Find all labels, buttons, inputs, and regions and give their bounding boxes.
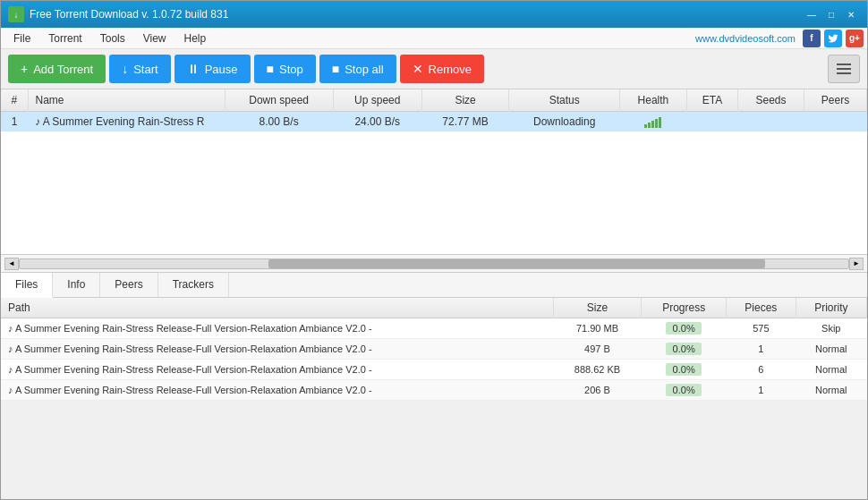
file-priority: Normal	[796, 339, 866, 360]
stop-icon: ■	[267, 62, 274, 76]
list-item[interactable]: ♪ A Summer Evening Rain-Stress Release-F…	[1, 380, 867, 401]
file-priority: Skip	[796, 318, 866, 339]
row-eta	[686, 112, 737, 132]
stop-label: Stop	[279, 63, 303, 76]
health-bar-1	[644, 124, 647, 128]
row-size: 72.77 MB	[421, 112, 509, 132]
col-name: Name	[28, 89, 225, 112]
stop-all-icon: ■	[332, 62, 339, 76]
tabs-bar: Files Info Peers Trackers	[1, 273, 867, 298]
files-col-size: Size	[553, 298, 641, 318]
menu-help[interactable]: Help	[175, 30, 216, 47]
files-col-pieces: Pieces	[727, 298, 796, 318]
remove-button[interactable]: ✕ Remove	[400, 55, 484, 83]
start-icon: ↓	[122, 62, 128, 76]
file-size: 71.90 MB	[553, 318, 641, 339]
torrent-table-header: # Name Down speed Up speed Size Status H…	[1, 89, 867, 112]
scrollbar-thumb	[268, 259, 766, 268]
progress-badge: 0.0%	[666, 384, 702, 396]
progress-badge: 0.0%	[666, 343, 702, 355]
menu-view[interactable]: View	[134, 30, 175, 47]
title-text: Free Torrent Download v. 1.0.72 build 83…	[30, 8, 803, 21]
health-bar-4	[655, 119, 658, 128]
table-row[interactable]: 1 ♪ A Summer Evening Rain-Stress R 8.00 …	[1, 112, 867, 132]
maximize-button[interactable]: □	[822, 7, 840, 21]
stop-button[interactable]: ■ Stop	[254, 55, 316, 83]
twitter-button[interactable]	[824, 30, 842, 47]
file-progress: 0.0%	[642, 380, 727, 401]
col-status: Status	[509, 89, 620, 112]
progress-badge: 0.0%	[666, 322, 702, 335]
row-peers	[804, 112, 866, 132]
file-priority: Normal	[796, 360, 866, 380]
col-peers: Peers	[804, 89, 866, 112]
bottom-panel: Files Info Peers Trackers Path Size Prog…	[1, 273, 867, 401]
tab-files[interactable]: Files	[1, 273, 53, 298]
close-button[interactable]: ✕	[842, 7, 860, 21]
row-seeds	[738, 112, 804, 132]
file-path: ♪ A Summer Evening Rain-Stress Release-F…	[1, 339, 553, 360]
torrent-table-container: # Name Down speed Up speed Size Status H…	[1, 89, 867, 255]
add-label: Add Torrent	[33, 63, 93, 76]
horizontal-scrollbar[interactable]	[19, 258, 849, 269]
file-priority: Normal	[796, 380, 866, 401]
col-seeds: Seeds	[738, 89, 804, 112]
files-col-priority: Priority	[796, 298, 866, 318]
tab-trackers[interactable]: Trackers	[158, 273, 229, 297]
torrent-table: # Name Down speed Up speed Size Status H…	[1, 89, 867, 131]
files-table-body: ♪ A Summer Evening Rain-Stress Release-F…	[1, 318, 867, 401]
remove-icon: ✕	[413, 62, 423, 76]
stop-all-button[interactable]: ■ Stop all	[319, 55, 396, 83]
start-button[interactable]: ↓ Start	[109, 55, 170, 83]
files-table-container: Path Size Progress Pieces Priority ♪ A S…	[1, 298, 867, 401]
hamburger-button[interactable]	[828, 55, 860, 83]
list-item[interactable]: ♪ A Summer Evening Rain-Stress Release-F…	[1, 339, 867, 360]
file-progress: 0.0%	[642, 318, 727, 339]
toolbar: + Add Torrent ↓ Start ⏸ Pause ■ Stop ■ S…	[1, 49, 867, 89]
file-progress: 0.0%	[642, 339, 727, 360]
row-name: ♪ A Summer Evening Rain-Stress R	[28, 112, 225, 132]
add-torrent-button[interactable]: + Add Torrent	[8, 55, 106, 83]
title-bar: ↓ Free Torrent Download v. 1.0.72 build …	[1, 1, 867, 28]
tab-peers[interactable]: Peers	[100, 273, 157, 297]
add-icon: +	[21, 62, 28, 76]
start-label: Start	[133, 63, 157, 76]
hamburger-line-3	[837, 72, 851, 74]
menu-file[interactable]: File	[4, 30, 39, 47]
row-up-speed: 24.00 B/s	[333, 112, 421, 132]
scroll-right-arrow[interactable]: ►	[849, 258, 864, 270]
list-item[interactable]: ♪ A Summer Evening Rain-Stress Release-F…	[1, 360, 867, 380]
file-progress: 0.0%	[642, 360, 727, 380]
col-eta: ETA	[686, 89, 737, 112]
file-size: 206 B	[553, 380, 641, 401]
col-size: Size	[421, 89, 509, 112]
file-pieces: 1	[727, 339, 796, 360]
horizontal-scrollbar-area: ◄ ►	[1, 255, 867, 273]
pause-button[interactable]: ⏸ Pause	[174, 55, 251, 83]
stop-all-label: Stop all	[345, 63, 383, 76]
pause-label: Pause	[205, 63, 238, 76]
hamburger-line-2	[837, 68, 851, 70]
files-table-header: Path Size Progress Pieces Priority	[1, 298, 867, 318]
dvd-link[interactable]: www.dvdvideosoft.com	[695, 33, 796, 44]
menu-torrent[interactable]: Torrent	[39, 30, 90, 47]
file-pieces: 575	[727, 318, 796, 339]
row-health	[620, 112, 687, 132]
scroll-left-arrow[interactable]: ◄	[4, 258, 19, 270]
health-bars	[627, 115, 680, 128]
col-health: Health	[620, 89, 687, 112]
minimize-button[interactable]: —	[803, 7, 821, 21]
files-table: Path Size Progress Pieces Priority ♪ A S…	[1, 298, 867, 401]
facebook-button[interactable]: f	[803, 30, 821, 47]
tab-info[interactable]: Info	[53, 273, 100, 297]
app-icon: ↓	[8, 6, 24, 22]
health-bar-5	[659, 117, 661, 128]
list-item[interactable]: ♪ A Summer Evening Rain-Stress Release-F…	[1, 318, 867, 339]
files-col-progress: Progress	[642, 298, 727, 318]
header-links: www.dvdvideosoft.com f g+	[695, 30, 864, 47]
progress-badge: 0.0%	[666, 363, 702, 376]
menu-tools[interactable]: Tools	[91, 30, 134, 47]
googleplus-button[interactable]: g+	[846, 30, 864, 47]
health-bar-2	[648, 123, 651, 128]
window-controls: — □ ✕	[803, 7, 860, 21]
